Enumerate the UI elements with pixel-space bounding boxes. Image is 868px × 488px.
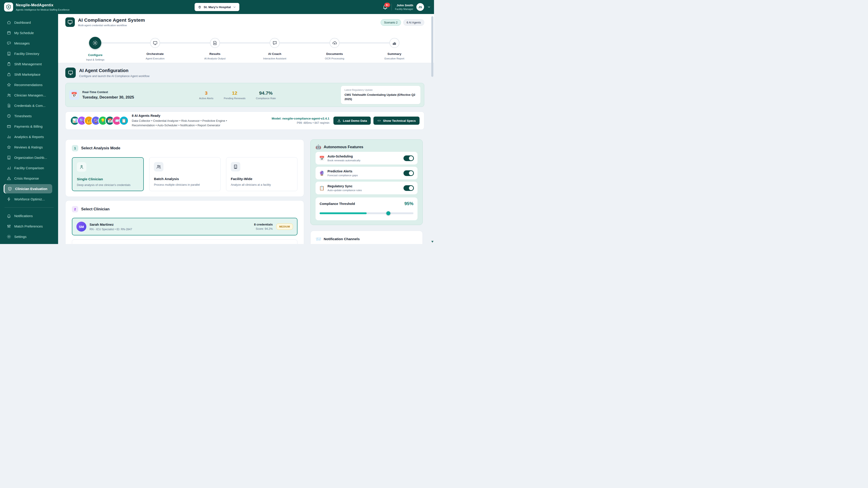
page-title: AI Compliance Agent System: [78, 18, 145, 23]
step-documents[interactable]: Documents OCR Processing: [305, 33, 365, 61]
predictive-alerts-toggle[interactable]: [403, 170, 414, 176]
regulatory-sync-toggle[interactable]: [403, 185, 414, 191]
main-content: AI Compliance Agent System Multi-agent c…: [58, 14, 434, 244]
mode-facility-wide[interactable]: Facility-Wide Analyze all clinicians at …: [226, 157, 298, 191]
brand-block: Nexgile-MedAgentix Agentic Intelligence …: [16, 3, 69, 11]
monitor-icon: [68, 70, 73, 75]
facility-name: St. Mary's Hospital: [204, 5, 231, 9]
load-demo-data-button[interactable]: Load Demo Data: [333, 117, 371, 125]
threshold-slider[interactable]: [320, 211, 413, 215]
context-stats: 3 Active Alerts 12 Pending Renewals 94.7…: [199, 90, 276, 100]
sidebar-item-timesheets[interactable]: Timesheets: [0, 111, 52, 121]
people-icon: [7, 93, 11, 97]
config-title: AI Agent Configuration: [79, 68, 149, 73]
crystal-ball-emoji-icon: 🔮: [319, 170, 324, 176]
building-icon: [233, 164, 238, 169]
sidebar-item-facility-comparison[interactable]: Facility Comparison: [0, 163, 52, 173]
download-icon: [337, 119, 341, 123]
sidebar-item-notifications[interactable]: Notifications: [0, 211, 52, 221]
clinician-row-sarah-martinez[interactable]: SM Sarah Martinez RN - ICU Specialist • …: [72, 218, 298, 235]
scrollbar-down-arrow[interactable]: [431, 241, 434, 242]
section-title: Select Clinician: [81, 207, 110, 212]
select-clinician-card: 2 Select Clinician SM Sarah Martinez RN …: [65, 200, 304, 244]
scrollbar-thumb[interactable]: [431, 16, 433, 77]
config-subtitle: Configure and launch the AI Compliance A…: [79, 74, 149, 78]
step-circle: [89, 37, 101, 49]
panel-title: Autonomous Features: [324, 145, 363, 149]
model-name: Model: nexgile-compliance-agent-v2.4.1: [272, 117, 329, 120]
star-icon: [7, 145, 11, 149]
sidebar-item-dashboard[interactable]: Dashboard: [0, 18, 52, 27]
step-results[interactable]: Results AI Analysis Output: [185, 33, 245, 61]
people-icon: [156, 164, 161, 169]
sidebar-item-payments[interactable]: Payments & Billing: [0, 122, 52, 131]
gear-icon: [7, 234, 11, 239]
sidebar-item-settings[interactable]: Settings: [0, 232, 52, 241]
step-number-badge: 2: [72, 206, 78, 213]
step-circle: [150, 38, 160, 48]
sidebar-item-match-preferences[interactable]: Match Preferences: [0, 222, 52, 231]
sidebar-nav: Dashboard My Schedule Messages Facility …: [0, 14, 58, 244]
context-label: Real-Time Context: [82, 90, 134, 94]
step-number-badge: 1: [72, 145, 78, 151]
sidebar-item-credentials[interactable]: Credentials & Com...: [0, 101, 52, 110]
step-circle: [330, 38, 340, 48]
stat-compliance-rate: 94.7% Compliance Rate: [256, 90, 276, 100]
step-ai-coach[interactable]: AI Coach Interactive Assistant: [245, 33, 305, 61]
brand-name: Nexgile-MedAgentix: [16, 3, 69, 7]
sidebar-item-analytics[interactable]: Analytics & Reports: [0, 132, 52, 141]
auto-scheduling-toggle[interactable]: [403, 156, 414, 161]
stat-active-alerts: 3 Active Alerts: [199, 90, 213, 100]
step-orchestrate[interactable]: Orchestrate Agent Execution: [125, 33, 185, 61]
sidebar-item-messages[interactable]: Messages: [0, 39, 52, 48]
monitor-icon: [153, 41, 158, 45]
building-icon: [7, 52, 11, 56]
sidebar-item-organization[interactable]: Organization Dashb...: [0, 153, 52, 162]
sidebar-item-clinician-evaluation[interactable]: Clinician Evaluation: [4, 184, 52, 193]
report-document-icon: [213, 41, 217, 45]
chevron-down-icon: [233, 5, 236, 9]
user-menu-chevron-icon[interactable]: [427, 5, 431, 9]
mode-batch-analysis[interactable]: Batch Analysis Process multiple clinicia…: [149, 157, 221, 191]
realtime-context-banner: 📅 Real-Time Context Tuesday, December 30…: [65, 83, 424, 107]
facility-selector[interactable]: St. Mary's Hospital: [195, 3, 239, 11]
sidebar-item-reviews[interactable]: Reviews & Ratings: [0, 142, 52, 152]
location-pin-icon: [198, 5, 202, 9]
sidebar-item-facility-directory[interactable]: Facility Directory: [0, 49, 52, 58]
slider-thumb[interactable]: [386, 211, 391, 215]
sidebar-item-crisis-response[interactable]: Crisis Response: [0, 174, 52, 183]
mode-single-clinician[interactable]: Single Clinician Deep analysis of one cl…: [72, 157, 144, 191]
model-info: Model: nexgile-compliance-agent-v2.4.1 P…: [272, 117, 329, 125]
sidebar-item-my-schedule[interactable]: My Schedule: [0, 28, 52, 37]
sliders-icon: [7, 224, 11, 228]
step-summary[interactable]: Summary Executive Report: [364, 33, 424, 61]
step-circle: [390, 38, 399, 48]
clipboard-emoji-icon: 📋: [319, 186, 324, 191]
sidebar-item-shift-marketplace[interactable]: Shift Marketplace: [0, 70, 52, 79]
sidebar-item-clinician-management[interactable]: Clinician Managem...: [0, 91, 52, 100]
mode-icon-box: [154, 162, 163, 171]
shield-check-icon: [8, 187, 12, 191]
panel-title: Notification Channels: [324, 237, 360, 241]
page-icon: [65, 18, 75, 27]
building-icon: [7, 156, 11, 160]
brand-tagline: Agentic Intelligence for Medical Staffin…: [16, 8, 69, 11]
notifications-button[interactable]: 9+: [382, 4, 388, 10]
user-name: John Smith: [395, 4, 413, 7]
sidebar-item-shift-management[interactable]: Shift Management: [0, 59, 52, 69]
clinician-row-james-thompson[interactable]: JT James Thompson 7 credentials LOW: [72, 239, 298, 244]
avatar[interactable]: JS: [416, 3, 424, 11]
vertical-scrollbar[interactable]: [431, 15, 434, 243]
calendar-emoji-icon: 📅: [319, 156, 324, 161]
gear-icon: [92, 40, 98, 46]
show-technical-specs-button[interactable]: Show Technical Specs: [373, 117, 420, 125]
calendar-icon: [7, 31, 11, 35]
sidebar-item-recommendations[interactable]: Recommendations: [0, 80, 52, 90]
agents-list: Data Collector • Credential Analyzer • R…: [132, 119, 245, 127]
step-configure[interactable]: Configure Input & Settings: [65, 33, 125, 61]
compliance-threshold-card: Compliance Threshold 95%: [315, 197, 417, 220]
brand-logo: [4, 2, 13, 11]
lightning-icon: [7, 197, 11, 201]
agents-ready-card: 📊 🔍 ⚠️ 🔮 💡 📅 📨 📋 8 AI Agents Ready Data …: [65, 111, 424, 130]
sidebar-item-workforce-optimization[interactable]: Workforce Optimiz...: [0, 195, 52, 204]
